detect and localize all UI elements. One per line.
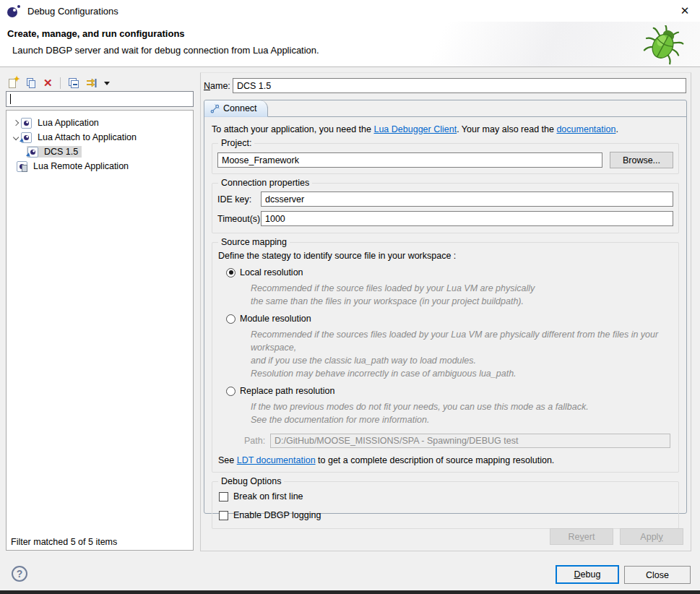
name-label: Name: <box>204 81 233 91</box>
timeout-label: Timeout(s): <box>217 214 261 224</box>
project-group: Project: Browse... <box>212 143 679 174</box>
strategy-text: Define the stategy to identify source fi… <box>218 251 673 261</box>
radio-local-resolution[interactable]: Local resolution <box>226 267 673 277</box>
lua-logo-icon <box>7 5 20 17</box>
lua-attach-icon <box>27 147 38 158</box>
checkbox-label: Enable DBGP logging <box>233 510 321 520</box>
lua-debugger-client-link[interactable]: Lua Debugger Client <box>373 124 457 134</box>
window-bottom-edge <box>0 590 700 594</box>
tree-item-label: Lua Remote Application <box>31 160 131 172</box>
checkbox-break-on-first-line[interactable]: Break on first line <box>219 491 673 502</box>
tab-label: Connect <box>223 103 257 113</box>
collapse-all-icon[interactable] <box>68 77 79 89</box>
configuration-panel: Name: Connect To attach your application… <box>200 72 691 551</box>
header-banner: Create, manage, and run configurations L… <box>0 22 700 67</box>
bug-icon <box>642 25 684 65</box>
module-resolution-desc: Recommended if the sources files loaded … <box>251 328 673 380</box>
duplicate-icon[interactable] <box>25 77 37 89</box>
filter-dropdown-icon[interactable] <box>104 82 110 85</box>
window-title: Debug Configurations <box>27 6 118 17</box>
configurations-tree: Lua Application Lua Attach to Applicatio… <box>6 110 194 551</box>
ide-key-input[interactable] <box>261 191 673 207</box>
selected-row-highlight: DCS 1.5 <box>27 146 82 158</box>
filter-input[interactable] <box>7 92 193 106</box>
title-bar: Debug Configurations ✕ <box>0 0 700 22</box>
checkbox-enable-dbgp-logging[interactable]: Enable DBGP logging <box>219 510 673 520</box>
debug-options-group: Debug Options Break on first line Enable… <box>212 481 679 529</box>
toolbar-separator <box>60 77 61 89</box>
new-configuration-icon[interactable]: ✦ <box>7 77 19 89</box>
name-input[interactable] <box>233 78 686 93</box>
apply-button[interactable]: Apply <box>620 528 683 545</box>
tree-item-label: Lua Attach to Application <box>35 132 139 143</box>
source-mapping-legend: Source mapping <box>218 237 290 247</box>
tree-item-label: Lua Application <box>35 117 101 129</box>
radio-icon[interactable] <box>226 268 236 277</box>
documentation-link[interactable]: documentation <box>556 124 615 134</box>
close-icon[interactable]: ✕ <box>677 4 693 18</box>
checkbox-icon[interactable] <box>219 492 228 502</box>
connection-properties-group: Connection properties IDE key: Timeout(s… <box>212 183 679 233</box>
debug-options-legend: Debug Options <box>218 476 284 486</box>
tab-row: Connect <box>204 100 686 117</box>
text-caret <box>10 94 11 104</box>
project-legend: Project: <box>218 138 254 148</box>
source-mapping-group: Source mapping Define the stategy to ide… <box>212 242 679 473</box>
banner-subtitle: Launch DBGP server and wait for debug co… <box>12 45 319 56</box>
see-ldt-text: See LDT documentation to get a complete … <box>218 455 673 465</box>
lua-attach-icon <box>21 132 32 143</box>
tree-item-lua-remote[interactable]: Lua Remote Application <box>7 160 193 173</box>
tab-folder: Connect To attach your application, you … <box>204 100 687 514</box>
replace-path-desc: If the two previous modes do not fit you… <box>251 400 673 426</box>
tree-item-lua-application[interactable]: Lua Application <box>7 116 193 129</box>
configurations-toolbar: ✦ ✕ <box>7 76 110 90</box>
connection-legend: Connection properties <box>218 178 312 188</box>
tree-item-lua-attach[interactable]: Lua Attach to Application <box>7 131 193 144</box>
chevron-down-icon[interactable] <box>11 135 21 139</box>
tree-item-label: DCS 1.5 <box>42 146 80 158</box>
checkbox-label: Break on first line <box>233 491 303 502</box>
lua-application-icon <box>21 118 32 129</box>
close-button[interactable]: Close <box>624 566 691 584</box>
radio-label: Replace path resolution <box>240 386 334 396</box>
chevron-right-icon[interactable] <box>11 121 21 125</box>
browse-button[interactable]: Browse... <box>610 152 673 168</box>
tab-connect[interactable]: Connect <box>204 100 268 117</box>
filter-box <box>6 91 194 107</box>
radio-module-resolution[interactable]: Module resolution <box>226 314 673 324</box>
path-label: Path: <box>244 436 270 446</box>
connect-tab-content: To attach your application, you need the… <box>204 117 686 529</box>
debug-button[interactable]: Debug <box>556 565 619 584</box>
radio-label: Module resolution <box>240 314 311 324</box>
tree-item-dcs15[interactable]: DCS 1.5 <box>7 145 193 158</box>
local-resolution-desc: Recommended if the source files loaded b… <box>251 282 673 308</box>
timeout-input[interactable] <box>261 211 673 226</box>
radio-label: Local resolution <box>240 267 303 277</box>
path-input <box>270 434 670 448</box>
project-input[interactable] <box>217 152 602 168</box>
delete-icon[interactable]: ✕ <box>43 77 53 89</box>
filter-status: Filter matched 5 of 5 items <box>11 537 117 547</box>
radio-icon[interactable] <box>226 387 236 396</box>
banner-title: Create, manage, and run configurations <box>7 28 185 39</box>
connect-icon <box>210 104 220 113</box>
ide-key-label: IDE key: <box>217 194 261 205</box>
radio-icon[interactable] <box>226 314 236 324</box>
ldt-documentation-link[interactable]: LDT documentation <box>237 455 316 465</box>
intro-text: To attach your application, you need the… <box>212 124 680 134</box>
lua-remote-icon <box>17 161 27 172</box>
debug-configurations-dialog: Debug Configurations ✕ Create, manage, a… <box>0 0 700 594</box>
checkbox-icon[interactable] <box>219 511 228 520</box>
help-icon[interactable]: ? <box>12 566 27 582</box>
radio-replace-path-resolution[interactable]: Replace path resolution <box>226 386 673 396</box>
revert-button[interactable]: Revert <box>550 528 613 545</box>
filter-icon[interactable] <box>86 77 98 89</box>
